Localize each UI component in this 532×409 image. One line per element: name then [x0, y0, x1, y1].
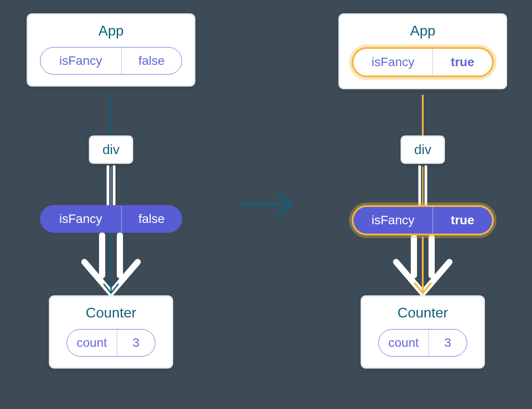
transition-arrow — [235, 187, 298, 222]
app-component-box: App isFancy false — [27, 13, 195, 87]
div-element-box: div — [401, 135, 445, 164]
state-val: 3 — [117, 330, 155, 356]
app-state-pill: isFancy false — [40, 47, 182, 75]
state-key: count — [67, 330, 117, 356]
prop-pill-wrap: isFancy true — [352, 205, 494, 235]
state-key: isFancy — [40, 48, 122, 74]
prop-val: false — [122, 206, 182, 232]
counter-component-box: Counter count 3 — [49, 295, 173, 369]
div-label: div — [414, 142, 431, 157]
div-label: div — [103, 142, 119, 157]
counter-title: Counter — [373, 305, 473, 321]
state-key: count — [379, 330, 429, 356]
isfancy-prop-pill: isFancy false — [40, 205, 182, 233]
counter-component-box: Counter count 3 — [361, 295, 485, 369]
state-val: false — [122, 48, 182, 74]
state-val: 3 — [429, 330, 467, 356]
counter-state-pill: count 3 — [67, 329, 155, 357]
app-title: App — [350, 23, 495, 39]
div-element-box: div — [89, 135, 133, 164]
prop-key: isFancy — [353, 207, 433, 234]
app-component-box: App isFancy true — [338, 13, 507, 89]
counter-title: Counter — [61, 305, 161, 321]
app-state-pill-highlighted: isFancy true — [352, 47, 494, 77]
sparkle-icon — [483, 205, 494, 221]
prop-pill-wrap: isFancy false — [40, 205, 182, 233]
isfancy-prop-pill-highlighted: isFancy true — [352, 205, 494, 235]
sparkle-icon — [483, 47, 494, 63]
app-title: App — [39, 23, 183, 39]
prop-key: isFancy — [40, 206, 122, 232]
state-key: isFancy — [353, 49, 433, 75]
counter-state-pill: count 3 — [378, 329, 467, 357]
